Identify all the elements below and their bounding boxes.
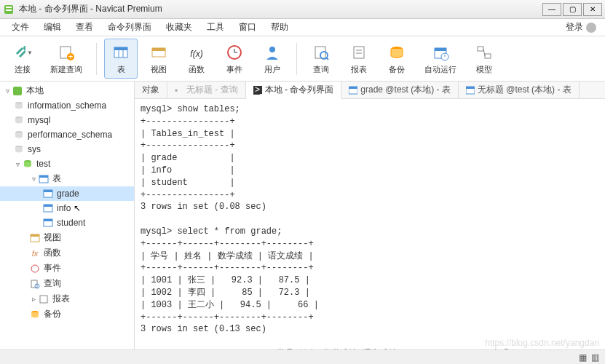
tree-label: info [57, 203, 71, 213]
query-button[interactable]: 查询 [304, 39, 338, 79]
tree-label: 函数 [44, 247, 61, 259]
menu-help[interactable]: 帮助 [264, 21, 296, 33]
report-icon [349, 42, 369, 63]
tree-table-info[interactable]: info ↖ [0, 201, 134, 215]
backup-label: 备份 [389, 64, 405, 75]
tab-label: grade @test (本地) - 表 [360, 84, 451, 96]
svg-point-48 [31, 265, 39, 272]
close-button[interactable]: ✕ [583, 3, 602, 16]
view-icon [149, 42, 169, 63]
report-folder-icon [38, 293, 50, 305]
backup-button[interactable]: 备份 [380, 39, 414, 79]
tree-label: 查询 [44, 277, 61, 290]
backup-folder-icon [29, 309, 41, 320]
user-icon [262, 42, 282, 63]
table-icon [111, 42, 131, 63]
server-icon [12, 85, 23, 97]
svg-rect-26 [435, 48, 446, 51]
table-button[interactable]: 表 [104, 39, 138, 79]
model-icon [474, 42, 494, 63]
function-label: 函数 [189, 64, 205, 75]
toolbar-separator [96, 43, 97, 75]
menu-file[interactable]: 文件 [4, 21, 36, 33]
database-icon [13, 114, 25, 126]
maximize-button[interactable]: ▢ [563, 3, 582, 16]
menu-cmdline[interactable]: 命令列界面 [100, 21, 159, 33]
terminal-output[interactable]: mysql> show tables; +----------------+ |… [135, 99, 605, 349]
tree-label: 报表 [52, 293, 70, 305]
function-button[interactable]: f(x) 函数 [180, 39, 213, 79]
database-icon [13, 129, 25, 141]
minimize-button[interactable]: — [542, 3, 561, 16]
connect-button[interactable]: ▼ 连接 [6, 39, 39, 79]
new-query-icon: + [56, 42, 76, 63]
tree-label: information_schema [28, 100, 106, 111]
tab-objects[interactable]: 对象 [135, 82, 167, 98]
title-bar: 本地 - 命令列界面 - Navicat Premium — ▢ ✕ [0, 0, 605, 19]
user-avatar-icon [586, 23, 596, 33]
tree-folder-reports[interactable]: ▹ 报表 [0, 291, 134, 306]
tree-label: 备份 [44, 308, 61, 320]
user-label: 用户 [264, 64, 280, 75]
svg-rect-47 [31, 234, 39, 237]
tree-table-grade[interactable]: grade [0, 186, 134, 201]
status-detail-icon[interactable]: ▥ [591, 352, 599, 363]
clock-icon [29, 263, 41, 274]
status-grid-icon[interactable]: ▦ [579, 352, 587, 363]
plug-icon: ▼ [12, 42, 33, 63]
event-button[interactable]: 事件 [218, 39, 251, 79]
tree-folder-backups[interactable]: 备份 [0, 306, 134, 322]
tab-label: 对象 [142, 84, 159, 96]
tree-folder-views[interactable]: 视图 [0, 230, 134, 245]
database-icon [13, 100, 25, 111]
tab-untitled-query[interactable]: • 无标题 - 查询 [167, 82, 246, 98]
tree-connection-local[interactable]: ▿ 本地 [0, 83, 134, 98]
tree-db-performance-schema[interactable]: performance_schema [0, 127, 134, 142]
login-label: 登录 [566, 21, 583, 33]
report-button[interactable]: 报表 [342, 39, 376, 79]
expand-icon[interactable]: ▹ [29, 295, 38, 303]
tab-untitled-test[interactable]: 无标题 @test (本地) - 表 [459, 82, 580, 98]
svg-rect-51 [40, 296, 47, 303]
table-icon [42, 188, 54, 199]
terminal-icon: >_ [253, 86, 262, 95]
svg-rect-58 [466, 87, 475, 89]
tree-label: grade [57, 189, 79, 199]
tree-db-information-schema[interactable]: information_schema [0, 98, 134, 113]
fx-icon: fx [29, 248, 41, 259]
tree-folder-events[interactable]: 事件 [0, 261, 134, 276]
menu-tools[interactable]: 工具 [199, 21, 232, 33]
view-button[interactable]: 视图 [142, 39, 175, 79]
tree-db-test[interactable]: ▿ test [0, 157, 134, 171]
expand-icon[interactable]: ▿ [29, 175, 38, 183]
expand-icon[interactable]: ▿ [3, 87, 12, 95]
user-button[interactable]: 用户 [256, 39, 289, 79]
login-link[interactable]: 登录 [561, 21, 601, 33]
tree-table-student[interactable]: student [0, 215, 134, 230]
tree-label: 本地 [26, 84, 44, 97]
query-label: 查询 [313, 64, 329, 75]
table-icon [42, 202, 54, 214]
menu-window[interactable]: 窗口 [232, 21, 264, 33]
tab-local-cmdline[interactable]: >_ 本地 - 命令列界面 [246, 82, 342, 99]
tree-label: test [36, 159, 50, 169]
table-icon [42, 217, 54, 229]
backup-icon [387, 42, 407, 63]
query-icon [311, 42, 331, 63]
autorun-button[interactable]: 自动运行 [418, 39, 463, 79]
model-button[interactable]: 模型 [467, 39, 501, 79]
tree-folder-functions[interactable]: fx 函数 [0, 245, 134, 261]
svg-line-20 [326, 58, 328, 60]
new-query-button[interactable]: + 新建查询 [44, 39, 89, 79]
sidebar-tree[interactable]: ▿ 本地 information_schema mysql performanc… [0, 82, 135, 349]
tab-grade-test[interactable]: grade @test (本地) - 表 [341, 82, 459, 98]
menu-view[interactable]: 查看 [68, 21, 100, 33]
expand-icon[interactable]: ▿ [13, 160, 22, 168]
tree-folder-tables[interactable]: ▿ 表 [0, 171, 134, 186]
menu-favorites[interactable]: 收藏夹 [159, 21, 199, 33]
menu-edit[interactable]: 编辑 [36, 21, 68, 33]
tree-db-sys[interactable]: sys [0, 142, 134, 157]
tree-db-mysql[interactable]: mysql [0, 113, 134, 127]
tree-folder-queries[interactable]: 查询 [0, 276, 134, 291]
app-icon [3, 4, 15, 15]
